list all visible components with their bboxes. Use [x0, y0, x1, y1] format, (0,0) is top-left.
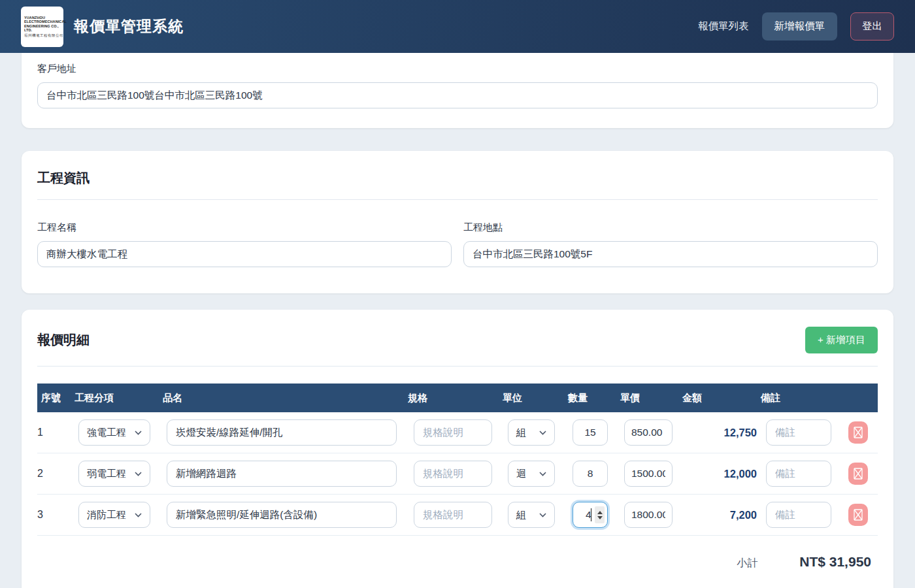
app-title: 報價單管理系統 — [74, 16, 184, 37]
note-input[interactable] — [766, 419, 831, 446]
quantity-input[interactable] — [573, 419, 608, 446]
category-select[interactable]: 弱電工程 — [78, 461, 150, 487]
unit-select[interactable]: 組 — [508, 419, 555, 446]
item-name-input[interactable] — [167, 419, 397, 446]
chevron-down-icon — [135, 431, 142, 435]
project-name-label: 工程名稱 — [37, 221, 452, 234]
unit-select[interactable]: 迴 — [508, 461, 555, 487]
quantity-input[interactable] — [573, 461, 608, 487]
header-spec: 規格 — [404, 384, 499, 412]
header-name: 品名 — [159, 384, 404, 412]
spec-input[interactable] — [414, 419, 492, 446]
spec-input[interactable] — [414, 461, 492, 487]
note-input[interactable] — [766, 461, 831, 487]
amount-value: 12,750 — [724, 427, 757, 438]
chevron-down-icon — [539, 513, 546, 517]
amount-value: 7,200 — [730, 509, 757, 521]
table-row: 3 消防工程 組 — [37, 495, 878, 536]
item-name-input[interactable] — [167, 461, 397, 487]
row-number: 1 — [37, 427, 43, 438]
header-qty: 數量 — [564, 384, 616, 412]
top-navbar: YUANZHOU ELECTROMECHANICAL ENGINEERING C… — [0, 0, 915, 53]
chevron-down-icon — [539, 431, 546, 435]
project-location-label: 工程地點 — [463, 221, 878, 234]
chevron-down-icon — [135, 472, 142, 476]
subtotal-value: NT$ 31,950 — [799, 554, 871, 570]
new-quote-button[interactable]: 新增報價單 — [762, 12, 838, 41]
divider — [37, 199, 878, 200]
project-location-input[interactable] — [463, 241, 878, 267]
add-item-button[interactable]: + 新增項目 — [805, 327, 878, 353]
delete-icon — [854, 509, 863, 521]
delete-row-button[interactable] — [848, 504, 868, 526]
project-info-card: 工程資訊 工程名稱 工程地點 — [22, 151, 893, 293]
divider — [37, 366, 878, 367]
company-logo: YUANZHOU ELECTROMECHANICAL ENGINEERING C… — [21, 7, 63, 47]
number-spinner[interactable] — [595, 506, 605, 523]
customer-info-card: 客戶地址 — [22, 53, 893, 128]
header-no: 序號 — [37, 384, 71, 412]
logo-text-zh: 垣州機電工程有限公司 — [24, 33, 67, 38]
delete-row-button[interactable] — [848, 463, 868, 485]
logout-button[interactable]: 登出 — [850, 12, 894, 41]
category-select[interactable]: 強電工程 — [78, 419, 150, 446]
quote-detail-card: 報價明細 + 新增項目 序號 工程分項 品名 規格 單位 數量 單價 金額 備註 — [22, 310, 893, 588]
customer-address-label: 客戶地址 — [37, 63, 878, 75]
spinner-up-icon[interactable] — [597, 511, 603, 514]
category-select[interactable]: 消防工程 — [78, 502, 150, 528]
chevron-down-icon — [539, 472, 546, 476]
unit-price-input[interactable] — [624, 461, 673, 487]
header-note: 備註 — [757, 384, 839, 412]
unit-price-input[interactable] — [624, 419, 673, 446]
table-row: 2 弱電工程 迴 — [37, 453, 878, 495]
text-cursor — [591, 508, 591, 521]
unit-select[interactable]: 組 — [508, 502, 555, 528]
logo-text-en3: ENGINEERING CO., LTD. — [24, 24, 67, 33]
amount-value: 12,000 — [724, 468, 757, 480]
quote-detail-title: 報價明細 — [37, 331, 90, 349]
project-info-title: 工程資訊 — [37, 169, 878, 187]
header-price: 單價 — [616, 384, 678, 412]
row-number: 2 — [37, 468, 43, 479]
header-category: 工程分項 — [71, 384, 159, 412]
header-unit: 單位 — [499, 384, 564, 412]
subtotal-row: 小計 NT$ 31,950 — [37, 554, 878, 570]
delete-icon — [854, 468, 863, 480]
spec-input[interactable] — [414, 502, 492, 528]
delete-icon — [854, 427, 863, 438]
table-row: 1 強電工程 組 — [37, 412, 878, 453]
quote-items-table: 序號 工程分項 品名 規格 單位 數量 單價 金額 備註 1 強電工程 — [37, 384, 878, 536]
spinner-down-icon[interactable] — [597, 516, 603, 519]
table-header-row: 序號 工程分項 品名 規格 單位 數量 單價 金額 備註 — [37, 384, 878, 412]
project-name-input[interactable] — [37, 241, 452, 267]
chevron-down-icon — [135, 513, 142, 517]
note-input[interactable] — [766, 502, 831, 528]
page-content: 客戶地址 工程資訊 工程名稱 工程地點 報價明細 + 新增項目 序號 — [22, 53, 893, 588]
project-name-field: 工程名稱 — [37, 221, 452, 267]
header-amount: 金額 — [678, 384, 757, 412]
customer-address-input[interactable] — [37, 82, 878, 108]
item-name-input[interactable] — [167, 502, 397, 528]
delete-row-button[interactable] — [848, 421, 868, 444]
unit-price-input[interactable] — [624, 502, 673, 528]
subtotal-label: 小計 — [737, 557, 757, 570]
header-actions — [839, 384, 878, 412]
row-number: 3 — [37, 509, 43, 520]
project-location-field: 工程地點 — [463, 221, 878, 267]
nav-link-quote-list[interactable]: 報價單列表 — [698, 20, 749, 33]
